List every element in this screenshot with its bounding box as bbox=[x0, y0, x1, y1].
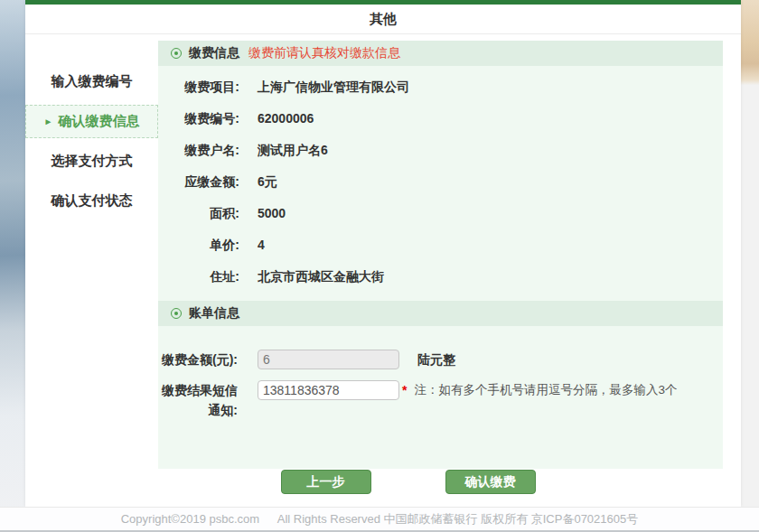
field-value: 5000 bbox=[258, 206, 286, 222]
step-label: 选择支付方式 bbox=[52, 153, 133, 168]
field-label: 应缴金额: bbox=[158, 174, 239, 191]
field-label: 缴费户名: bbox=[158, 143, 239, 159]
section-title: 账单信息 bbox=[189, 305, 239, 322]
amount-label: 缴费金额(元): bbox=[158, 350, 238, 369]
sms-notify-label: 缴费结果短信通知: bbox=[158, 380, 238, 420]
payment-info-header: 缴费信息 缴费前请认真核对缴款信息 bbox=[158, 41, 723, 66]
bill-info-header: 账单信息 bbox=[158, 301, 723, 326]
section-title: 缴费信息 bbox=[189, 45, 239, 61]
info-row-address: 住址: 北京市西城区金融大街 bbox=[158, 269, 723, 285]
required-asterisk: * bbox=[402, 380, 407, 400]
step-sidebar: 输入缴费编号 ►确认缴费信息 选择支付方式 确认支付状态 bbox=[25, 34, 158, 224]
field-label: 住址: bbox=[158, 269, 239, 285]
bill-row-amount: 缴费金额(元): 陆元整 bbox=[158, 350, 723, 369]
amount-in-words: 陆元整 bbox=[417, 350, 455, 369]
step-confirm-payment-info[interactable]: ►确认缴费信息 bbox=[25, 105, 158, 138]
field-label: 缴费编号: bbox=[158, 111, 239, 127]
bill-info-rows: 缴费金额(元): 陆元整 缴费结果短信通知: * 注：如有多个手机号请用逗号分隔… bbox=[158, 326, 723, 420]
background-photo-left bbox=[0, 0, 25, 532]
field-value: 测试用户名6 bbox=[258, 143, 328, 159]
field-value: 上海广信物业管理有限公司 bbox=[258, 79, 409, 96]
confirm-payment-button[interactable]: 确认缴费 bbox=[445, 470, 536, 494]
step-enter-payment-number[interactable]: 输入缴费编号 bbox=[25, 65, 158, 98]
background-photo-right bbox=[741, 0, 759, 532]
field-label: 缴费项目: bbox=[158, 79, 239, 96]
info-row-unit-price: 单价: 4 bbox=[158, 238, 723, 254]
field-value: 4 bbox=[258, 238, 265, 254]
step-label: 确认缴费信息 bbox=[58, 113, 139, 128]
section-bullet-icon bbox=[171, 48, 182, 59]
verify-warning-text: 缴费前请认真核对缴款信息 bbox=[248, 45, 400, 61]
copyright-footer: Copyright©2019 psbc.com All Rights Reser… bbox=[0, 507, 759, 531]
step-label: 确认支付状态 bbox=[52, 192, 133, 208]
info-row-project: 缴费项目: 上海广信物业管理有限公司 bbox=[158, 79, 723, 96]
payment-card: 其他 输入缴费编号 ►确认缴费信息 选择支付方式 确认支付状态 缴费信息 缴费前… bbox=[25, 0, 741, 507]
field-value: 6元 bbox=[258, 174, 277, 191]
sms-phone-input[interactable] bbox=[258, 380, 399, 400]
field-label: 单价: bbox=[158, 238, 239, 254]
step-choose-payment-method[interactable]: 选择支付方式 bbox=[25, 145, 158, 178]
info-row-amount-due: 应缴金额: 6元 bbox=[158, 174, 723, 191]
step-label: 输入缴费编号 bbox=[52, 73, 133, 89]
bill-row-sms: 缴费结果短信通知: * 注：如有多个手机号请用逗号分隔，最多输入3个 bbox=[158, 380, 723, 420]
page-title: 其他 bbox=[25, 5, 741, 34]
info-row-account-name: 缴费户名: 测试用户名6 bbox=[158, 143, 723, 159]
active-arrow-icon: ► bbox=[44, 117, 53, 126]
field-value: 62000006 bbox=[258, 111, 314, 127]
copyright-text: Copyright©2019 psbc.com bbox=[121, 512, 259, 526]
content-panel: 缴费信息 缴费前请认真核对缴款信息 缴费项目: 上海广信物业管理有限公司 缴费编… bbox=[158, 41, 723, 469]
previous-step-button[interactable]: 上一步 bbox=[281, 470, 371, 494]
field-label: 面积: bbox=[158, 206, 239, 222]
payment-amount-input bbox=[258, 350, 399, 369]
field-value: 北京市西城区金融大街 bbox=[258, 269, 384, 285]
payment-info-rows: 缴费项目: 上海广信物业管理有限公司 缴费编号: 62000006 缴费户名: … bbox=[158, 66, 723, 285]
action-buttons: 上一步 确认缴费 bbox=[126, 470, 690, 494]
section-bullet-icon bbox=[171, 308, 182, 319]
step-confirm-payment-status[interactable]: 确认支付状态 bbox=[25, 184, 158, 218]
sms-note-text: 注：如有多个手机号请用逗号分隔，最多输入3个 bbox=[414, 380, 677, 400]
rights-text: All Rights Reserved 中国邮政储蓄银行 版权所有 京ICP备0… bbox=[277, 512, 639, 526]
info-row-number: 缴费编号: 62000006 bbox=[158, 111, 723, 127]
info-row-area: 面积: 5000 bbox=[158, 206, 723, 222]
